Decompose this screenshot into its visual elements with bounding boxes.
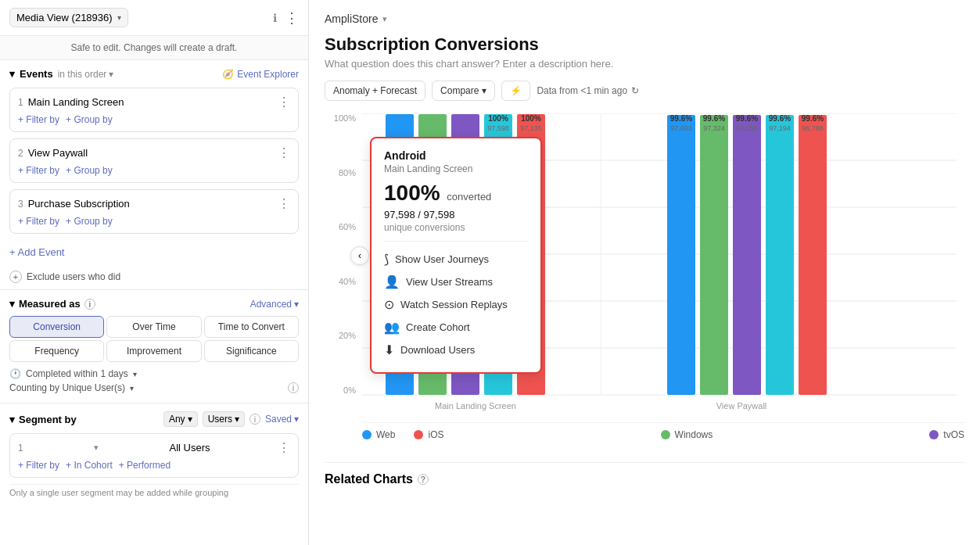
svg-text:97,693: 97,693 bbox=[670, 124, 692, 132]
tab-over-time[interactable]: Over Time bbox=[106, 316, 201, 338]
chart-description[interactable]: What question does this chart answer? En… bbox=[325, 58, 964, 70]
tooltip-action-cohort[interactable]: 👥 Create Cohort bbox=[384, 316, 528, 339]
segment-1-number: 1 bbox=[18, 443, 23, 454]
segment-cohort-btn[interactable]: In Cohort bbox=[66, 460, 113, 471]
chevron-down-icon: ▾ bbox=[130, 384, 134, 393]
event-2-more-icon[interactable]: ⋮ bbox=[278, 145, 290, 160]
svg-text:97,258: 97,258 bbox=[736, 124, 758, 132]
tab-significance[interactable]: Significance bbox=[204, 340, 299, 362]
more-options-icon[interactable]: ⋮ bbox=[285, 9, 299, 27]
events-section-header: ▾ Events in this order ▾ 🧭 Event Explore… bbox=[0, 60, 308, 84]
event-2-number: 2 bbox=[18, 148, 23, 159]
exclude-users-toggle[interactable]: + Exclude users who did bbox=[9, 271, 299, 283]
info-icon[interactable]: ℹ bbox=[273, 12, 277, 24]
safe-to-edit-notice: Safe to edit. Changes will create a draf… bbox=[0, 36, 308, 60]
segment-performed-btn[interactable]: Performed bbox=[119, 460, 171, 471]
event-1-name: Main Landing Screen bbox=[28, 96, 278, 108]
segment-1-actions: Filter by In Cohort Performed bbox=[18, 460, 290, 471]
app-chevron-icon[interactable]: ▾ bbox=[382, 14, 387, 24]
collapse-arrow-icon[interactable]: ▾ bbox=[9, 68, 15, 80]
svg-text:View Paywall: View Paywall bbox=[716, 401, 767, 411]
tab-frequency[interactable]: Frequency bbox=[9, 340, 104, 362]
tab-improvement[interactable]: Improvement bbox=[106, 340, 201, 362]
event-item-1: 1 Main Landing Screen ⋮ Filter by Group … bbox=[9, 88, 299, 132]
event-3-filter-btn[interactable]: Filter by bbox=[18, 216, 59, 227]
segment-title: ▾ Segment by bbox=[9, 414, 77, 425]
segment-filter-btn[interactable]: Filter by bbox=[18, 460, 59, 471]
tab-conversion[interactable]: Conversion bbox=[9, 316, 104, 338]
saved-button[interactable]: Saved ▾ bbox=[265, 414, 299, 425]
segment-info-icon[interactable]: i bbox=[249, 414, 260, 425]
event-1-filter-btn[interactable]: Filter by bbox=[18, 114, 59, 125]
counting-info-icon[interactable]: i bbox=[288, 382, 299, 393]
event-1-actions: Filter by Group by bbox=[18, 114, 290, 125]
tooltip-unique-label: unique conversions bbox=[384, 222, 528, 233]
download-icon: ⬇ bbox=[384, 342, 394, 357]
tab-time-to-convert[interactable]: Time to Convert bbox=[204, 316, 299, 338]
refresh-icon[interactable]: ↻ bbox=[631, 85, 639, 96]
order-label[interactable]: in this order ▾ bbox=[58, 69, 114, 80]
segment-1-more-icon[interactable]: ⋮ bbox=[278, 440, 290, 455]
svg-rect-22 bbox=[766, 115, 794, 395]
svg-text:99.6%: 99.6% bbox=[769, 114, 791, 123]
svg-text:100%: 100% bbox=[389, 113, 410, 115]
counting-option[interactable]: Counting by Unique User(s) ▾ bbox=[9, 382, 134, 393]
exclude-circle-icon: + bbox=[9, 271, 22, 283]
panel-header: Media View (218936) ▾ ℹ ⋮ bbox=[0, 0, 308, 36]
event-3-more-icon[interactable]: ⋮ bbox=[278, 196, 290, 211]
related-help-icon[interactable]: ? bbox=[418, 474, 429, 485]
web-label: Web bbox=[376, 429, 395, 440]
tooltip-action-download[interactable]: ⬇ Download Users bbox=[384, 339, 528, 361]
measured-info-icon[interactable]: i bbox=[84, 299, 95, 310]
event-1-group-btn[interactable]: Group by bbox=[66, 114, 113, 125]
segment-expand-icon[interactable]: ▾ bbox=[94, 443, 99, 453]
related-charts-title: Related Charts ? bbox=[325, 472, 964, 486]
anomaly-forecast-button[interactable]: Anomaly + Forecast bbox=[325, 81, 425, 101]
any-dropdown[interactable]: Any ▾ bbox=[163, 411, 198, 427]
tooltip-converted-label: converted bbox=[447, 191, 491, 203]
completed-within-option[interactable]: 🕐 Completed within 1 days ▾ bbox=[9, 368, 299, 379]
legend-spacer bbox=[462, 429, 641, 440]
svg-text:97,194: 97,194 bbox=[769, 124, 791, 132]
event-1-more-icon[interactable]: ⋮ bbox=[278, 95, 290, 109]
windows-color-dot bbox=[661, 430, 670, 439]
chevron-down-icon: ▾ bbox=[294, 414, 299, 425]
users-dropdown[interactable]: Users ▾ bbox=[203, 411, 245, 427]
y-label-40: 40% bbox=[325, 277, 356, 286]
y-label-20: 20% bbox=[325, 331, 356, 340]
event-3-group-btn[interactable]: Group by bbox=[66, 216, 113, 227]
y-label-100: 100% bbox=[325, 113, 356, 123]
tooltip-popup: Android Main Landing Screen 100% convert… bbox=[370, 137, 542, 374]
svg-rect-23 bbox=[799, 115, 827, 395]
chevron-down-icon: ▾ bbox=[117, 13, 121, 22]
chevron-down-icon: ▾ bbox=[235, 414, 239, 425]
segment-item-1: 1 ▾ All Users ⋮ Filter by In Cohort Perf… bbox=[9, 433, 299, 478]
tooltip-action-journeys[interactable]: ⟆ Show User Journeys bbox=[384, 248, 528, 271]
event-1-number: 1 bbox=[18, 97, 23, 108]
tooltip-ratio: 97,598 / 97,598 bbox=[384, 209, 528, 221]
collapse-arrow-icon[interactable]: ▾ bbox=[9, 414, 15, 425]
event-explorer-button[interactable]: 🧭 Event Explorer bbox=[222, 69, 299, 80]
view-selector[interactable]: Media View (218936) ▾ bbox=[9, 8, 128, 27]
collapse-arrow-icon[interactable]: ▾ bbox=[9, 298, 15, 310]
lightning-button[interactable]: ⚡ bbox=[501, 81, 530, 101]
svg-text:99.6%: 99.6% bbox=[736, 114, 758, 123]
measured-as-tabs: Conversion Over Time Time to Convert Fre… bbox=[9, 316, 299, 362]
chevron-down-icon: ▾ bbox=[188, 414, 192, 425]
measured-as-section: ▾ Measured as i Advanced ▾ Conversion Ov… bbox=[0, 289, 308, 403]
legend-ios: iOS bbox=[414, 429, 443, 440]
scroll-left-button[interactable]: ‹ bbox=[350, 246, 369, 265]
advanced-button[interactable]: Advanced ▾ bbox=[250, 299, 299, 310]
svg-rect-19 bbox=[667, 115, 695, 395]
chevron-down-icon: ▾ bbox=[482, 85, 486, 96]
ios-label: iOS bbox=[428, 429, 443, 440]
event-2-filter-btn[interactable]: Filter by bbox=[18, 165, 59, 176]
event-2-group-btn[interactable]: Group by bbox=[66, 165, 113, 176]
svg-text:Main Landing Screen: Main Landing Screen bbox=[435, 401, 516, 411]
tooltip-action-streams[interactable]: 👤 View User Streams bbox=[384, 271, 528, 293]
compare-button[interactable]: Compare ▾ bbox=[432, 81, 495, 101]
segment-header: ▾ Segment by Any ▾ Users ▾ i Saved ▾ bbox=[9, 411, 299, 427]
svg-text:97,598: 97,598 bbox=[487, 124, 509, 132]
add-event-button[interactable]: + Add Event bbox=[9, 243, 299, 261]
tooltip-action-replays[interactable]: ⊙ Watch Session Replays bbox=[384, 293, 528, 316]
